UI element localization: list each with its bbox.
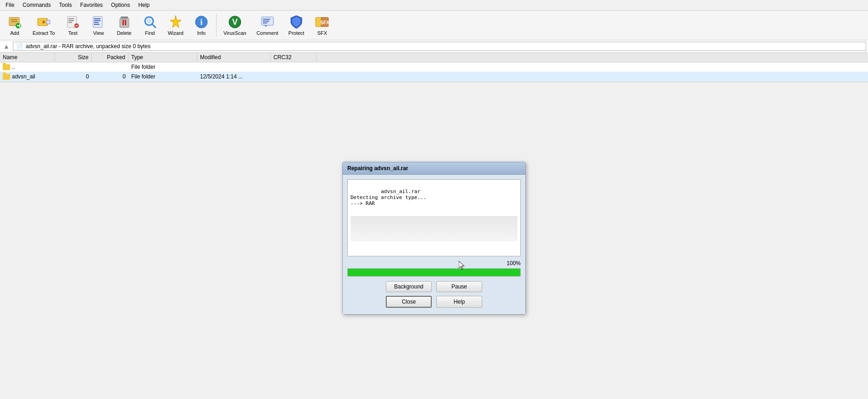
folder-icon: [3, 64, 10, 70]
toolbar-wizard-button[interactable]: Wizard: [164, 12, 188, 38]
svg-rect-19: [94, 24, 100, 25]
svg-rect-8: [46, 20, 50, 24]
view-icon: [91, 15, 106, 29]
extract-to-icon: [36, 15, 51, 29]
svg-rect-35: [263, 21, 269, 22]
svg-rect-1: [11, 19, 17, 20]
col-header-type[interactable]: Type: [128, 53, 197, 62]
path-text: advsn_ail.rar - RAR archive, unpacked si…: [26, 43, 150, 50]
row2-name: advsn_ail: [12, 73, 35, 80]
svg-rect-22: [122, 20, 124, 25]
pause-button[interactable]: Pause: [436, 281, 482, 292]
folder-icon: [3, 74, 10, 80]
svg-rect-12: [68, 22, 72, 23]
find-icon: [143, 15, 157, 29]
main-area: Repairing advsn_ail.rar advsn_ail.rar De…: [0, 82, 868, 380]
table-row[interactable]: advsn_ail 0 0 File folder 12/5/2024 1:14…: [0, 72, 868, 82]
wizard-icon: [168, 15, 183, 29]
col-header-name[interactable]: Name: [0, 53, 55, 62]
file-list-container: Name Size Packed Type Modified CRC32 .. …: [0, 53, 868, 82]
toolbar-test-button[interactable]: Test: [61, 12, 85, 38]
svg-text:V: V: [232, 17, 238, 27]
progress-bar-container: [347, 268, 521, 277]
svg-rect-36: [263, 22, 267, 23]
file-list-header: Name Size Packed Type Modified CRC32: [0, 53, 868, 62]
add-icon: [7, 15, 22, 29]
protect-icon: [289, 15, 304, 29]
address-bar: ▲ 📄 advsn_ail.rar - RAR archive, unpacke…: [0, 40, 868, 53]
menu-file[interactable]: File: [2, 1, 18, 9]
col-header-modified[interactable]: Modified: [197, 53, 271, 62]
col-header-packed[interactable]: Packed: [92, 53, 128, 62]
table-row[interactable]: .. File folder: [0, 62, 868, 72]
svg-line-26: [152, 24, 156, 28]
progress-percent-label: 100%: [506, 260, 521, 266]
row2-crc: [271, 75, 317, 78]
svg-rect-5: [19, 24, 20, 28]
svg-text:SFX: SFX: [321, 20, 330, 25]
info-icon: i: [194, 15, 209, 29]
svg-text:i: i: [200, 17, 202, 27]
col-header-crc[interactable]: CRC32: [271, 53, 317, 62]
menu-tools[interactable]: Tools: [56, 1, 76, 9]
row1-packed: [92, 66, 128, 68]
svg-rect-23: [125, 20, 126, 25]
file-list-body: .. File folder advsn_ail 0 0 File folder…: [0, 62, 868, 82]
toolbar-separator: [216, 14, 217, 37]
svg-point-25: [147, 19, 151, 23]
menu-options[interactable]: Options: [107, 1, 134, 9]
toolbar-delete-button[interactable]: Delete: [112, 12, 136, 38]
svg-rect-11: [68, 20, 74, 21]
row2-type: File folder: [128, 72, 197, 81]
toolbar-view-button[interactable]: View: [87, 12, 111, 38]
svg-rect-20: [121, 17, 128, 18]
svg-rect-2: [11, 21, 17, 22]
toolbar-extract-to-button[interactable]: Extract To: [28, 12, 59, 38]
dialog-overlay: Repairing advsn_ail.rar advsn_ail.rar De…: [0, 82, 868, 380]
svg-marker-33: [264, 25, 267, 27]
svg-rect-14: [76, 25, 78, 26]
svg-rect-18: [94, 22, 99, 23]
menu-help[interactable]: Help: [134, 1, 153, 9]
path-icon: 📄: [16, 43, 23, 50]
dialog-title-bar: Repairing advsn_ail.rar: [343, 162, 525, 175]
progress-bar-fill: [348, 269, 520, 276]
toolbar-find-button[interactable]: Find: [138, 12, 162, 38]
comment-icon: [260, 15, 275, 29]
toolbar-info-button[interactable]: i Info: [189, 12, 213, 38]
row1-name: ..: [12, 64, 15, 70]
dialog-buttons-row1: Background Pause: [347, 281, 521, 292]
toolbar-virusscan-button[interactable]: V VirusScan: [219, 12, 250, 38]
nav-up-button[interactable]: ▲: [2, 42, 11, 51]
svg-rect-21: [120, 18, 129, 28]
sfx-icon: SFX: [315, 15, 329, 29]
svg-rect-34: [263, 19, 270, 20]
toolbar: Add Extract To Test: [0, 11, 868, 40]
svg-marker-27: [170, 16, 181, 28]
help-button[interactable]: Help: [436, 296, 482, 308]
row1-modified: [197, 66, 271, 68]
path-box[interactable]: 📄 advsn_ail.rar - RAR archive, unpacked …: [13, 42, 866, 51]
toolbar-add-button[interactable]: Add: [3, 12, 27, 38]
toolbar-sfx-button[interactable]: SFX SFX: [310, 12, 334, 38]
dialog-buttons-row2: Close Help: [347, 296, 521, 308]
progress-row: 100%: [347, 260, 521, 266]
test-icon: [66, 15, 80, 29]
menu-favorites[interactable]: Favorites: [77, 1, 106, 9]
toolbar-protect-button[interactable]: Protect: [284, 12, 309, 38]
row1-type: File folder: [128, 62, 197, 72]
svg-rect-17: [94, 20, 100, 21]
virusscan-icon: V: [228, 15, 242, 29]
col-header-size[interactable]: Size: [55, 53, 92, 62]
row2-packed: 0: [92, 72, 128, 81]
row1-crc: [271, 66, 317, 68]
dialog-log-box[interactable]: advsn_ail.rar Detecting archive type... …: [347, 179, 521, 256]
menu-commands[interactable]: Commands: [19, 1, 54, 9]
repair-dialog: Repairing advsn_ail.rar advsn_ail.rar De…: [342, 162, 526, 315]
close-button[interactable]: Close: [386, 296, 432, 308]
dialog-log-text: advsn_ail.rar Detecting archive type... …: [351, 188, 427, 206]
delete-icon: [117, 15, 132, 29]
row2-modified: 12/5/2024 1:14 ...: [197, 72, 271, 81]
background-button[interactable]: Background: [386, 281, 432, 292]
toolbar-comment-button[interactable]: Comment: [252, 12, 283, 38]
